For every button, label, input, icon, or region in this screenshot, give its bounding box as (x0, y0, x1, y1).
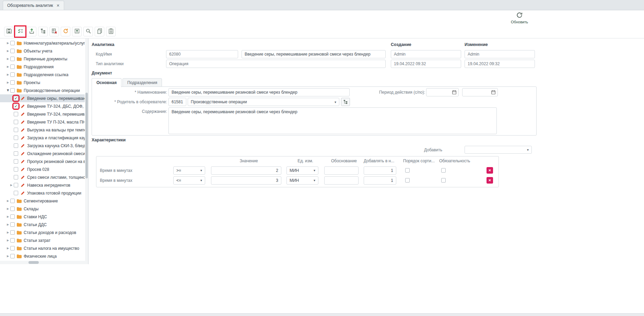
tree-item-checkbox[interactable] (10, 230, 15, 235)
delete-table-button[interactable] (49, 27, 59, 36)
tree-item-checkbox[interactable] (10, 49, 15, 53)
copy-button[interactable] (95, 27, 104, 36)
tree-leaf-row[interactable]: Упаковка готовой продукции (0, 189, 85, 197)
tree-structure-button[interactable] (38, 27, 48, 36)
tree-item-checkbox[interactable] (10, 65, 15, 69)
close-tab-icon[interactable]: ✕ (57, 3, 60, 8)
check-selection-button[interactable] (15, 27, 25, 36)
unit-select[interactable]: МИН▾ (286, 166, 318, 175)
tree-leaf-row[interactable]: Введение ТУ П-324, масла ПН-6 (0, 118, 85, 126)
tree-horizontal-scrollbar[interactable] (0, 261, 85, 264)
upload-button[interactable] (72, 27, 82, 36)
expand-arrow-icon[interactable]: ▶ (5, 81, 10, 84)
content-textarea[interactable]: Введение серы, перемешивание резиновой с… (168, 107, 497, 134)
tree-folder-row[interactable]: ▶Статьи затрат (0, 236, 85, 244)
tree-leaf-row[interactable]: Просев 028 (0, 165, 85, 173)
tree-folder-row[interactable]: ▶Проекты (0, 79, 85, 86)
tree-folder-row[interactable]: ▶Сегментирование (0, 197, 85, 205)
tree-item-checkbox[interactable] (10, 214, 15, 219)
tree-leaf-row[interactable]: Выгрузка на вальцы при темпе (0, 126, 85, 134)
expand-arrow-icon[interactable]: ▶ (5, 199, 10, 202)
analytics-name-input[interactable] (242, 50, 386, 58)
tree-item-checkbox[interactable] (10, 254, 15, 258)
expand-arrow-icon[interactable]: ▶ (5, 49, 10, 52)
tree-item-checkbox[interactable] (10, 246, 15, 250)
expand-arrow-icon[interactable]: ▶ (5, 42, 10, 45)
parent-tree-picker-button[interactable] (341, 98, 350, 106)
expand-arrow-icon[interactable]: ▶ (5, 73, 10, 76)
tree-item-checkbox[interactable] (14, 191, 18, 195)
tree-vertical-scrollbar[interactable] (85, 38, 88, 264)
tree-item-checkbox[interactable] (14, 183, 18, 187)
tree-item-checkbox[interactable] (14, 151, 18, 156)
expand-arrow-icon[interactable]: ▶ (5, 207, 10, 210)
refresh-button[interactable]: Обновить (507, 12, 531, 24)
tree-item-checkbox[interactable] (10, 88, 15, 93)
tree-item-checkbox[interactable] (14, 136, 18, 140)
parent-select[interactable]: Производственные операции ▾ (188, 98, 339, 106)
tab-analytics-explorer[interactable]: Обозреватель аналитик ✕ (3, 1, 64, 10)
tree-horizontal-scrollbar-thumb[interactable] (28, 261, 39, 264)
tree-item-checkbox[interactable]: ✓ (14, 96, 18, 101)
expand-arrow-icon[interactable]: ▶ (5, 231, 10, 234)
add-number-input[interactable] (364, 166, 396, 175)
modified-user-input[interactable] (465, 50, 535, 58)
tree-leaf-row[interactable]: Введение ТУ-324, перемешиван (0, 110, 85, 118)
justification-input[interactable] (324, 166, 359, 175)
tree-item-checkbox[interactable] (10, 238, 15, 243)
period-to-input[interactable] (462, 88, 498, 96)
required-checkbox[interactable] (441, 168, 446, 173)
sort-order-checkbox[interactable] (405, 168, 410, 173)
parent-code-input[interactable] (168, 98, 186, 106)
tree-leaf-row[interactable]: Пропуск резиновой смеси на ва (0, 157, 85, 165)
tab-main[interactable]: Основная (92, 78, 121, 87)
tree-folder-row[interactable]: ▶Производственные операции (0, 86, 85, 94)
expand-arrow-icon[interactable]: ▶ (5, 215, 10, 218)
tree-leaf-row[interactable]: Загрузка и пластификация кауч (0, 134, 85, 142)
tree-folder-row[interactable]: ▶Статьи ДДС (0, 221, 85, 229)
doc-name-input[interactable] (168, 88, 350, 96)
tree-folder-row[interactable]: ▶Склады (0, 205, 85, 213)
tree-item-checkbox[interactable] (14, 112, 18, 116)
expand-arrow-icon[interactable]: ▶ (5, 247, 10, 250)
tree-leaf-row[interactable]: Загрузка каучука СКИ-3, б/ведро (0, 142, 85, 150)
tree-leaf-row[interactable]: ✓Введение ТУ-324, ДБС, ДОФ, пер (0, 102, 85, 110)
expand-arrow-icon[interactable]: ▶ (5, 255, 10, 258)
tree-leaf-row[interactable]: ✓Введение серы, перемешивание (0, 94, 85, 102)
tree-item-checkbox[interactable] (14, 143, 18, 148)
created-user-input[interactable] (391, 50, 461, 58)
value-input[interactable] (211, 176, 281, 185)
tree-item-checkbox[interactable] (10, 41, 15, 45)
search-button[interactable] (83, 27, 93, 36)
expand-arrow-icon[interactable]: ▶ (5, 65, 10, 68)
justification-input[interactable] (324, 176, 359, 185)
tree-folder-row[interactable]: ▶Первичные документы (0, 55, 85, 63)
refresh-cycle-button[interactable] (61, 27, 70, 36)
analytics-type-input[interactable] (166, 60, 386, 68)
tree-item-checkbox[interactable] (10, 199, 15, 203)
tree-item-checkbox[interactable]: ✓ (14, 104, 18, 108)
tab-departments[interactable]: Подразделения (122, 78, 162, 87)
modified-date-input[interactable] (465, 60, 535, 68)
unit-select[interactable]: МИН▾ (286, 176, 318, 185)
operator-select[interactable]: >=▾ (173, 166, 205, 175)
created-date-input[interactable] (391, 60, 461, 68)
expand-arrow-icon[interactable]: ▶ (9, 184, 14, 187)
tree-leaf-row[interactable]: ▶Навеска ингредиентов (0, 181, 85, 189)
tree-folder-row[interactable]: ▶Подразделения ссылка (0, 71, 85, 79)
tree-item-checkbox[interactable] (10, 207, 15, 211)
period-from-input[interactable] (426, 88, 459, 96)
tree-item-checkbox[interactable] (14, 159, 18, 164)
tree-folder-row[interactable]: ▶Статьи налога на имущество (0, 244, 85, 252)
tree-folder-row[interactable]: ▶Физические лица (0, 252, 85, 260)
paste-button[interactable] (106, 27, 116, 36)
export-button[interactable] (27, 27, 36, 36)
tree-item-checkbox[interactable] (14, 120, 18, 124)
tree-leaf-row[interactable]: Срез смеси листами, толщиной (0, 173, 85, 181)
tree-item-checkbox[interactable] (10, 222, 15, 227)
tree-folder-row[interactable]: ▶Подразделения (0, 63, 85, 71)
add-characteristic-select[interactable]: ▾ (465, 146, 532, 154)
save-button[interactable] (4, 27, 14, 36)
tree-leaf-row[interactable]: Охлаждение резиновой смеси н (0, 150, 85, 157)
value-input[interactable] (211, 166, 281, 175)
